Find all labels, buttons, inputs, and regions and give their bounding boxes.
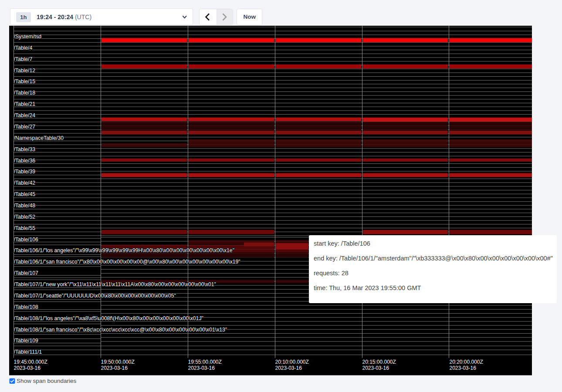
- svg-text:/Table/106: /Table/106: [14, 237, 38, 243]
- svg-text:19:45:00.000Z: 19:45:00.000Z: [14, 359, 47, 365]
- svg-text:/Table/27: /Table/27: [14, 124, 36, 130]
- svg-text:20:15:00.000Z: 20:15:00.000Z: [362, 359, 396, 365]
- svg-text:/Table/45: /Table/45: [14, 191, 36, 197]
- svg-text:/Table/18: /Table/18: [14, 90, 36, 96]
- svg-text:/Table/24: /Table/24: [14, 112, 36, 118]
- svg-text:/Table/39: /Table/39: [14, 169, 36, 175]
- svg-text:/Table/42: /Table/42: [14, 180, 36, 186]
- svg-text:/Table/55: /Table/55: [14, 225, 36, 231]
- svg-text:/Table/106/1/"san francisco"/": /Table/106/1/"san francisco"/"\x80\x00\x…: [14, 259, 240, 265]
- svg-text:/Table/108/1/"los angeles"/"\x: /Table/108/1/"los angeles"/"\xa8\xf5\u00…: [14, 315, 203, 321]
- svg-text:/Table/21: /Table/21: [14, 101, 36, 107]
- svg-text:/Table/48: /Table/48: [14, 203, 36, 209]
- svg-text:/Table/107/1/"seattle"/"UUUUUU: /Table/107/1/"seattle"/"UUUUUUD\x00\x80\…: [14, 293, 176, 299]
- svg-text:2023-03-16: 2023-03-16: [14, 365, 41, 371]
- svg-text:2023-03-16: 2023-03-16: [275, 365, 302, 371]
- svg-text:/Table/33: /Table/33: [14, 146, 36, 152]
- svg-text:2023-03-16: 2023-03-16: [449, 365, 476, 371]
- svg-text:/Table/108/1/"san francisco"/": /Table/108/1/"san francisco"/"\x8c\xcc\x…: [14, 327, 227, 333]
- svg-text:/Table/107/1/"new york"/"\x11\: /Table/107/1/"new york"/"\x11\x11\x11\x1…: [14, 281, 216, 287]
- svg-text:/NamespaceTable/30: /NamespaceTable/30: [14, 135, 64, 141]
- svg-text:/Table/7: /Table/7: [14, 56, 33, 62]
- svg-text:2023-03-16: 2023-03-16: [362, 365, 389, 371]
- svg-text:/Table/107: /Table/107: [14, 270, 38, 277]
- svg-text:2023-03-16: 2023-03-16: [188, 365, 215, 371]
- svg-text:19:50:00.000Z: 19:50:00.000Z: [101, 359, 135, 365]
- svg-text:/Table/106/1/"los angeles"/"\x: /Table/106/1/"los angeles"/"\x99\x99\x99…: [14, 248, 234, 254]
- svg-text:/Table/4: /Table/4: [14, 45, 33, 51]
- svg-text:20:20:00.000Z: 20:20:00.000Z: [449, 359, 483, 365]
- svg-text:/System/tsd: /System/tsd: [14, 34, 42, 40]
- svg-text:/Table/12: /Table/12: [14, 68, 36, 74]
- svg-text:/Table/52: /Table/52: [14, 214, 36, 220]
- svg-text:20:10:00.000Z: 20:10:00.000Z: [275, 359, 308, 365]
- svg-text:19:55:00.000Z: 19:55:00.000Z: [188, 359, 222, 365]
- svg-text:/Table/108: /Table/108: [14, 304, 38, 310]
- svg-text:/Table/36: /Table/36: [14, 158, 36, 164]
- svg-text:/Table/111/1: /Table/111/1: [14, 349, 42, 355]
- svg-text:/Table/15: /Table/15: [14, 79, 36, 85]
- svg-text:2023-03-16: 2023-03-16: [101, 365, 128, 371]
- svg-text:/Table/109: /Table/109: [14, 338, 38, 344]
